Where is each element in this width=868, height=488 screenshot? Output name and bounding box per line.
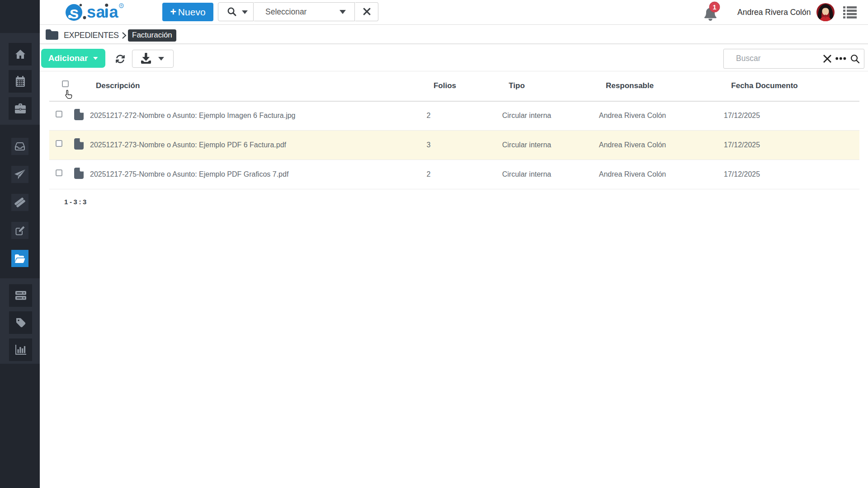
svg-text:sa: sa	[87, 3, 106, 21]
svg-text:R: R	[120, 4, 123, 7]
svg-text:s: s	[70, 4, 79, 22]
svg-text:1: 1	[712, 4, 716, 11]
svg-text:a: a	[109, 3, 119, 21]
